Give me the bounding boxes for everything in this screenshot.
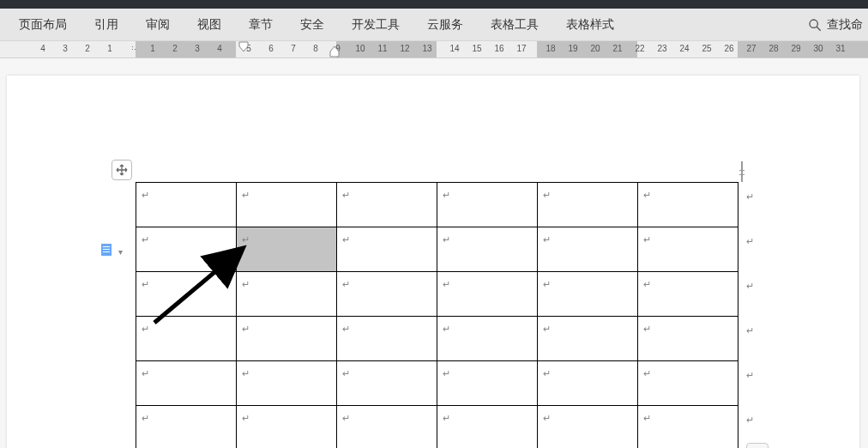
- table-cell[interactable]: ↵: [437, 317, 538, 361]
- table-cell[interactable]: ↵: [136, 361, 237, 406]
- paragraph-mark: ↵: [242, 190, 250, 200]
- table-cell[interactable]: ↵: [237, 227, 337, 272]
- paragraph-mark: ↵: [643, 190, 651, 200]
- ruler-number: 2: [82, 44, 93, 53]
- ruler-number: 7: [288, 44, 298, 53]
- paragraph-mark: ↵: [242, 234, 250, 245]
- table-cell[interactable]: ↵: [638, 272, 738, 317]
- table-move-handle[interactable]: [112, 160, 132, 180]
- ruler-number: 14: [449, 44, 460, 53]
- table-cell[interactable]: ↵: [437, 406, 538, 449]
- menu-label: 审阅: [146, 17, 170, 33]
- paragraph-mark: ↵: [543, 279, 551, 289]
- table-cell[interactable]: ↵: [337, 183, 437, 227]
- search-button[interactable]: 查找命: [808, 17, 868, 33]
- move-icon: [115, 163, 129, 177]
- ruler-number: 20: [590, 44, 600, 53]
- paragraph-mark: ↵: [142, 279, 149, 289]
- table-cell[interactable]: ↵: [638, 361, 738, 406]
- paragraph-mark: ↵: [543, 234, 551, 245]
- ruler-number: 19: [568, 44, 578, 53]
- table-row: ↵↵↵↵↵↵: [136, 272, 738, 317]
- table-cell[interactable]: ↵: [237, 183, 337, 227]
- table-cell[interactable]: ↵: [337, 361, 437, 406]
- table-cell[interactable]: ↵: [437, 227, 538, 272]
- menu-table-tools[interactable]: 表格工具: [477, 9, 552, 40]
- paragraph-mark: ↵: [342, 368, 350, 378]
- add-row-button[interactable]: +: [746, 443, 769, 448]
- table-cell[interactable]: ↵: [538, 272, 638, 317]
- table-cell[interactable]: ↵: [136, 183, 237, 227]
- menu-security[interactable]: 安全: [286, 9, 338, 40]
- table-cell[interactable]: ↵: [237, 272, 337, 317]
- table-cell[interactable]: ↵: [237, 317, 337, 361]
- table-cell[interactable]: ↵: [638, 406, 738, 449]
- search-label: 查找命: [827, 17, 863, 33]
- menu-table-style[interactable]: 表格样式: [552, 9, 628, 40]
- paragraph-mark: ↵: [746, 191, 754, 203]
- table-cell[interactable]: ↵: [337, 227, 437, 272]
- ruler-number: 1: [105, 44, 115, 53]
- ruler-number: 11: [377, 44, 388, 53]
- paragraph-mark: ↵: [443, 368, 450, 378]
- paragraph-mark: ↵: [242, 324, 250, 334]
- svg-point-0: [810, 20, 817, 27]
- table-cell[interactable]: ↵: [337, 272, 437, 317]
- table-cell[interactable]: ↵: [538, 227, 638, 272]
- table-resize-handle[interactable]: [741, 161, 743, 182]
- table-cell[interactable]: ↵: [337, 406, 437, 449]
- table-cell[interactable]: ↵: [237, 361, 337, 406]
- menu-label: 引用: [94, 17, 118, 33]
- paragraph-mark: ↵: [242, 413, 250, 423]
- ruler-number: 29: [791, 44, 801, 53]
- hanging-indent-marker[interactable]: [329, 41, 340, 58]
- document-area[interactable]: ▾ ↵↵↵↵↵↵↵↵↵↵↵↵↵↵↵↵↵↵↵↵↵↵↵↵↵↵↵↵↵↵↵↵↵↵↵↵↵↵…: [0, 58, 868, 448]
- paragraph-mark: ↵: [342, 234, 350, 245]
- svg-line-1: [817, 27, 821, 31]
- table-cell[interactable]: ↵: [136, 227, 237, 272]
- menu-chapter[interactable]: 章节: [235, 9, 286, 40]
- paragraph-mark: ↵: [342, 324, 350, 334]
- table-cell[interactable]: ↵: [638, 227, 738, 272]
- document-table[interactable]: ↵↵↵↵↵↵↵↵↵↵↵↵↵↵↵↵↵↵↵↵↵↵↵↵↵↵↵↵↵↵↵↵↵↵↵↵↵↵↵↵…: [136, 182, 738, 448]
- menu-review[interactable]: 审阅: [132, 9, 184, 40]
- table-cell[interactable]: ↵: [437, 272, 538, 317]
- ruler-number: 10: [355, 44, 365, 53]
- table-cell[interactable]: ↵: [538, 406, 638, 449]
- horizontal-ruler[interactable]: 4 3 2 1 1 2 3 4 5 6 7 8 9 10 11 12 13 14…: [0, 41, 868, 58]
- paragraph-mark: ↵: [746, 236, 754, 247]
- menu-developer[interactable]: 开发工具: [338, 9, 413, 40]
- table-row: ↵↵↵↵↵↵: [136, 183, 738, 227]
- table-cell[interactable]: ↵: [538, 317, 638, 361]
- table-cell[interactable]: ↵: [136, 317, 237, 361]
- ruler-number: 12: [400, 44, 410, 53]
- paragraph-mark: ↵: [543, 368, 551, 378]
- table-cell[interactable]: ↵: [437, 183, 538, 227]
- ruler-number: 30: [813, 44, 823, 53]
- ruler-number: 4: [214, 44, 225, 53]
- table-cell[interactable]: ↵: [538, 361, 638, 406]
- table-cell[interactable]: ↵: [237, 406, 337, 449]
- table-cell[interactable]: ↵: [437, 361, 538, 406]
- table-cell[interactable]: ↵: [337, 317, 437, 361]
- menu-label: 云服务: [427, 17, 463, 33]
- ruler-number: 21: [612, 44, 623, 53]
- menu-label: 页面布局: [19, 17, 67, 33]
- menu-page-layout[interactable]: 页面布局: [5, 9, 81, 40]
- paste-options-icon[interactable]: [101, 244, 115, 257]
- chevron-down-icon[interactable]: ▾: [118, 247, 123, 257]
- table-cell[interactable]: ↵: [136, 272, 237, 317]
- first-line-indent-marker[interactable]: [238, 41, 249, 58]
- table-cell[interactable]: ↵: [638, 317, 738, 361]
- table-cell[interactable]: ↵: [638, 183, 738, 227]
- paragraph-mark: ↵: [443, 279, 450, 289]
- ruler-number: 13: [422, 44, 432, 53]
- ruler-number: 28: [769, 44, 779, 53]
- ruler-number: 31: [835, 44, 846, 53]
- table-cell[interactable]: ↵: [136, 406, 237, 449]
- menu-reference[interactable]: 引用: [81, 9, 132, 40]
- table-cell[interactable]: ↵: [538, 183, 638, 227]
- menu-cloud[interactable]: 云服务: [413, 9, 477, 40]
- menu-view[interactable]: 视图: [184, 9, 235, 40]
- ruler-number: 25: [702, 44, 712, 53]
